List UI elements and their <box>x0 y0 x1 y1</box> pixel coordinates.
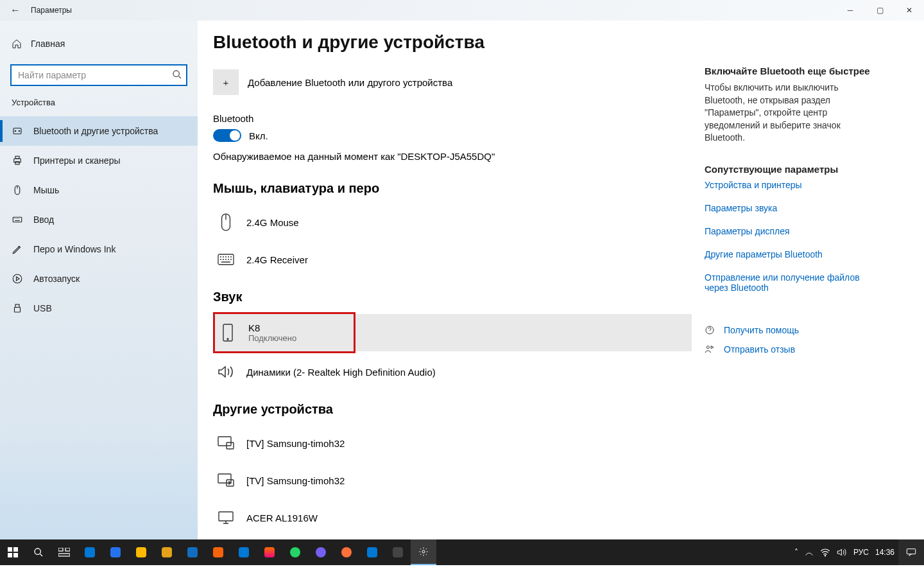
sidebar-item-pen[interactable]: Перо и Windows Ink <box>0 234 198 264</box>
system-tray[interactable]: ˄ РУС 14:36 <box>794 548 898 557</box>
volume-icon[interactable] <box>837 548 847 557</box>
sidebar-item-label: Перо и Windows Ink <box>33 244 116 254</box>
media-device-icon <box>216 473 236 487</box>
taskbar-app[interactable] <box>103 539 128 565</box>
device-row[interactable]: 2.4G Mouse <box>213 204 692 241</box>
start-button[interactable] <box>0 539 26 565</box>
related-link[interactable]: Устройства и принтеры <box>705 180 878 190</box>
svg-point-15 <box>227 338 228 340</box>
related-link[interactable]: Отправление или получение файлов через B… <box>705 272 878 293</box>
tray-chevron-up-icon[interactable]: ˄ <box>794 548 798 557</box>
svg-rect-5 <box>15 156 19 159</box>
taskbar-app[interactable] <box>154 539 180 565</box>
close-button[interactable]: ✕ <box>894 0 924 21</box>
taskbar-search[interactable] <box>26 539 51 565</box>
svg-rect-6 <box>15 162 19 165</box>
keyboard-icon <box>12 214 23 225</box>
device-row[interactable]: ACER AL1916W <box>213 499 692 536</box>
tip-body: Чтобы включить или выключить Bluetooth, … <box>705 82 878 144</box>
phone-device-icon <box>218 324 238 342</box>
taskbar-app[interactable] <box>334 539 359 565</box>
related-link[interactable]: Другие параметры Bluetooth <box>705 249 878 259</box>
svg-rect-33 <box>907 549 915 554</box>
device-status: Подключено <box>248 333 296 343</box>
device-row[interactable]: Динамики (2- Realtek High Definition Aud… <box>213 353 692 390</box>
device-row[interactable]: [TV] Samsung-timoh32 <box>213 425 692 462</box>
svg-rect-4 <box>14 159 21 162</box>
svg-rect-30 <box>58 554 70 556</box>
add-device-button[interactable]: + <box>213 69 239 95</box>
bluetooth-toggle[interactable] <box>213 129 241 142</box>
add-device-label: Добавление Bluetooth или другого устройс… <box>248 77 452 88</box>
taskbar-app[interactable] <box>205 539 231 565</box>
page-title: Bluetooth и другие устройства <box>213 32 692 53</box>
device-row[interactable]: [TV] Samsung-timoh32 <box>213 462 692 499</box>
sidebar-home[interactable]: Главная <box>0 33 198 54</box>
sidebar: Главная Устройства Bluetooth и другие ус… <box>0 21 198 539</box>
device-row[interactable]: K8 Подключено <box>215 314 354 351</box>
mouse-device-icon <box>216 213 236 232</box>
maximize-button[interactable]: ▢ <box>865 0 894 21</box>
send-feedback[interactable]: Отправить отзыв <box>705 344 878 355</box>
taskbar-app[interactable] <box>231 539 257 565</box>
group-audio-title: Звук <box>213 290 692 304</box>
taskbar-settings[interactable] <box>411 539 436 565</box>
tip-title: Включайте Bluetooth еще быстрее <box>705 66 878 76</box>
tray-app-icon[interactable] <box>805 548 814 557</box>
sidebar-item-typing[interactable]: Ввод <box>0 205 198 234</box>
svg-rect-23 <box>8 547 12 552</box>
sidebar-item-bluetooth[interactable]: Bluetooth и другие устройства <box>0 116 198 146</box>
sidebar-item-mouse[interactable]: Мышь <box>0 175 198 205</box>
device-name: [TV] Samsung-timoh32 <box>246 475 345 486</box>
bluetooth-label: Bluetooth <box>213 113 692 124</box>
highlighted-device-marker: K8 Подключено <box>213 312 355 353</box>
feedback-icon <box>705 344 715 355</box>
taskbar-app[interactable] <box>180 539 205 565</box>
bluetooth-state: Вкл. <box>249 130 268 141</box>
add-device-row[interactable]: + Добавление Bluetooth или другого устро… <box>213 69 692 95</box>
help-icon <box>705 325 715 335</box>
send-feedback-label: Отправить отзыв <box>724 344 795 355</box>
taskbar-app[interactable] <box>257 539 282 565</box>
tray-clock[interactable]: 14:36 <box>875 548 894 557</box>
taskbar-app[interactable] <box>77 539 103 565</box>
taskbar-app[interactable] <box>282 539 308 565</box>
monitor-device-icon <box>216 511 236 525</box>
taskbar-app[interactable] <box>128 539 154 565</box>
related-link[interactable]: Параметры звука <box>705 203 878 213</box>
svg-rect-11 <box>15 308 21 313</box>
back-button[interactable]: ← <box>0 4 31 16</box>
get-help-label: Получить помощь <box>724 325 799 335</box>
task-view[interactable] <box>51 539 77 565</box>
discoverable-text: Обнаруживаемое на данный момент как "DES… <box>213 151 692 162</box>
sidebar-item-autoplay[interactable]: Автозапуск <box>0 264 198 293</box>
sidebar-item-label: Ввод <box>33 215 54 225</box>
plus-icon: + <box>223 77 229 88</box>
sidebar-item-label: USB <box>33 303 52 313</box>
sidebar-item-usb[interactable]: USB <box>0 293 198 323</box>
wifi-icon[interactable] <box>820 548 830 557</box>
tv-device-icon <box>216 436 236 450</box>
tray-language[interactable]: РУС <box>853 548 869 557</box>
group-other-title: Другие устройства <box>213 402 692 417</box>
device-row[interactable]: 2.4G Receiver <box>213 241 692 278</box>
sidebar-item-label: Принтеры и сканеры <box>33 155 120 166</box>
related-link[interactable]: Параметры дисплея <box>705 226 878 236</box>
svg-rect-8 <box>13 217 22 222</box>
device-name: Динамики (2- Realtek High Definition Aud… <box>246 367 436 378</box>
device-name: 2.4G Mouse <box>246 217 299 228</box>
usb-icon <box>12 302 23 314</box>
svg-rect-29 <box>65 548 70 551</box>
sidebar-section-label: Устройства <box>0 98 198 116</box>
bluetooth-icon <box>12 125 23 137</box>
sidebar-item-printers[interactable]: Принтеры и сканеры <box>0 146 198 175</box>
taskbar-app[interactable] <box>308 539 334 565</box>
svg-rect-26 <box>13 553 18 557</box>
action-center[interactable] <box>898 539 924 565</box>
taskbar-app[interactable] <box>385 539 411 565</box>
taskbar-app[interactable] <box>359 539 385 565</box>
speaker-device-icon <box>216 365 236 379</box>
minimize-button[interactable]: ─ <box>835 0 865 21</box>
get-help[interactable]: Получить помощь <box>705 325 878 335</box>
search-input[interactable] <box>10 64 187 86</box>
